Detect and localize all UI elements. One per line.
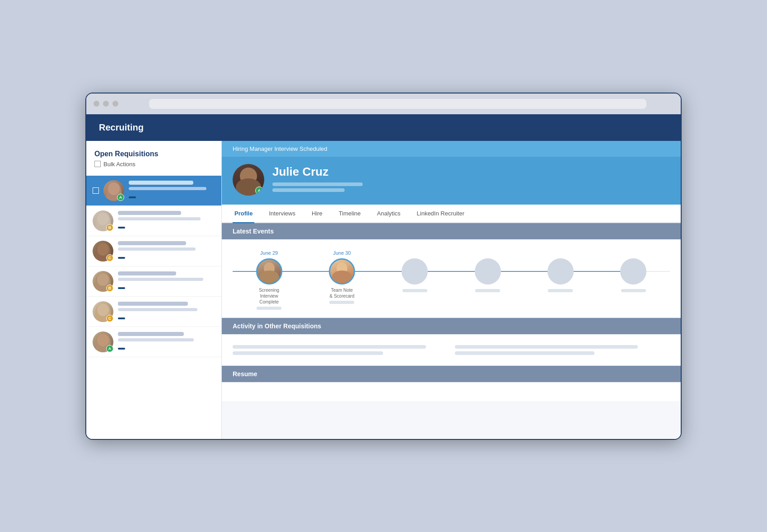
candidate-list: A B: [86, 176, 221, 357]
active-checkbox[interactable]: [93, 187, 99, 194]
app-title: Recruiting: [99, 122, 144, 132]
latest-events-title: Latest Events: [233, 228, 274, 235]
activity-bar: [233, 351, 383, 355]
activity-bar: [455, 351, 594, 355]
avatar-wrap: C: [93, 241, 113, 261]
tabs-bar: Profile Interviews Hire Timeline Analyti…: [222, 205, 681, 223]
candidate-name: Julie Cruz: [272, 165, 670, 179]
timeline-area: June 29 ScreeningInterview Complete: [222, 239, 681, 317]
avatar-wrap: A: [93, 331, 113, 352]
candidate-tag: [118, 227, 125, 229]
activity-col-1: [233, 345, 448, 358]
browser-dot-yellow: [103, 101, 109, 107]
candidate-name-bar: [118, 302, 188, 306]
timeline-node-6: [597, 250, 670, 292]
bulk-checkbox[interactable]: [94, 161, 101, 167]
timeline-date-5: [560, 250, 561, 256]
candidate-sub-bar: [118, 278, 203, 281]
timeline-node-1: June 29 ScreeningInterview Complete: [233, 250, 305, 310]
candidate-item[interactable]: B: [86, 206, 221, 236]
candidate-sub-bar: [129, 187, 206, 190]
timeline-date-3: [414, 250, 416, 256]
timeline-subbar-4: [475, 289, 500, 292]
hiring-banner: Hiring Manager Interview Scheduled: [222, 141, 681, 157]
timeline-node-5: [524, 250, 597, 292]
open-requisitions-title: Open Requisitions: [94, 150, 213, 158]
candidate-name-bar: [118, 271, 176, 275]
candidate-name-bar: [118, 211, 181, 215]
tab-linkedin[interactable]: LinkedIn Recruiter: [415, 205, 467, 223]
candidate-name-bar: [118, 332, 184, 336]
candidate-tag: [118, 257, 125, 259]
sidebar-header: Open Requisitions Bulk Actions: [86, 150, 221, 172]
browser-titlebar: [86, 93, 681, 114]
tab-hire[interactable]: Hire: [310, 205, 324, 223]
browser-dot-red: [94, 101, 99, 107]
candidate-item[interactable]: B: [86, 266, 221, 297]
activity-col-2: [455, 345, 670, 358]
resume-header: Resume: [222, 366, 681, 382]
candidate-info: [129, 181, 215, 200]
timeline-subbar-5: [548, 289, 573, 292]
timeline-subbar-2: [329, 301, 354, 304]
tab-profile[interactable]: Profile: [233, 205, 254, 223]
timeline-date-4: [487, 250, 488, 256]
timeline-date-1: June 29: [260, 250, 278, 256]
candidate-info: [118, 241, 215, 261]
candidate-sub-bar: [118, 308, 197, 311]
avatar-badge: C: [106, 254, 113, 261]
timeline-date-6: [633, 250, 634, 256]
timeline-subbar-6: [621, 289, 646, 292]
candidate-sub-bar: [118, 217, 201, 220]
candidate-sub-bar: [118, 247, 196, 251]
bulk-actions-row: Bulk Actions: [94, 161, 213, 168]
candidate-name-bar: [129, 181, 193, 185]
timeline-node-4: [451, 250, 524, 292]
tab-interviews[interactable]: Interviews: [267, 205, 297, 223]
main-panel: Hiring Manager Interview Scheduled A Jul…: [222, 141, 681, 439]
avatar-wrap: B: [93, 210, 113, 231]
timeline-date-2: June 30: [333, 250, 351, 256]
candidate-tag: [118, 317, 125, 319]
avatar-wrap: B: [93, 271, 113, 292]
candidate-item[interactable]: C: [86, 297, 221, 327]
header-badge: A: [255, 187, 263, 195]
browser-dot-green: [112, 101, 118, 107]
timeline-subbar-3: [402, 289, 427, 292]
candidate-info: [118, 332, 215, 351]
bulk-actions-label[interactable]: Bulk Actions: [103, 161, 136, 168]
candidate-tag: [118, 348, 125, 350]
tab-analytics[interactable]: Analytics: [375, 205, 402, 223]
timeline-subbar-1: [257, 307, 281, 310]
activity-header: Activity in Other Requisitions: [222, 318, 681, 334]
candidate-header-avatar: A: [233, 164, 264, 196]
content-area: Latest Events June 29: [222, 223, 681, 439]
candidate-item[interactable]: A: [86, 176, 221, 206]
candidate-header: A Julie Cruz: [222, 157, 681, 205]
candidate-item[interactable]: C: [86, 236, 221, 266]
latest-events-header: Latest Events: [222, 223, 681, 239]
timeline-node-2: June 30 Team Note& Scorecard: [305, 250, 378, 304]
activity-area: [222, 335, 681, 365]
candidate-tag: [129, 196, 136, 198]
candidate-sub-bar: [118, 338, 194, 341]
browser-window: Recruiting Open Requisitions Bulk Action…: [85, 93, 682, 440]
resume-title: Resume: [233, 370, 257, 378]
app-header: Recruiting: [86, 114, 681, 141]
activity-row: [233, 345, 670, 358]
avatar-badge: A: [106, 345, 113, 352]
candidate-info: [118, 271, 215, 291]
header-info-bar1: [272, 182, 363, 186]
hiring-banner-text: Hiring Manager Interview Scheduled: [233, 145, 327, 152]
avatar-wrap: C: [93, 301, 113, 322]
candidate-info: [118, 211, 215, 230]
avatar-badge: B: [106, 224, 113, 231]
resume-area: [222, 383, 681, 401]
candidate-info: [118, 302, 215, 321]
candidate-header-info: Julie Cruz: [272, 165, 670, 194]
candidate-item[interactable]: A: [86, 327, 221, 357]
activity-bar: [233, 345, 426, 349]
avatar-badge: B: [106, 285, 113, 292]
timeline-label-1: ScreeningInterview Complete: [253, 287, 285, 305]
tab-timeline[interactable]: Timeline: [337, 205, 363, 223]
